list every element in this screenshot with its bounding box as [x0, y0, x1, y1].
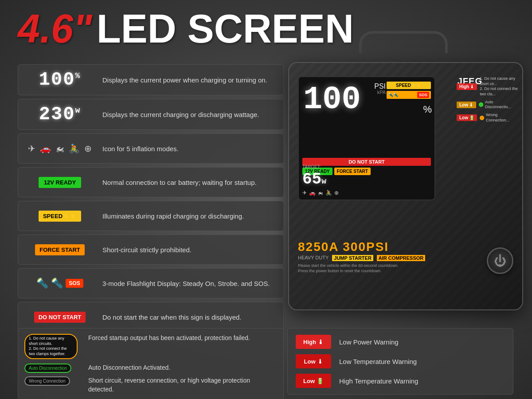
feature-row-force: FORCE START Short-circuit strictly prohi… [18, 235, 284, 265]
screen-area: PSI kPA 100 % SPEED⚡⚡ 🔦🔦 SOS DO NOT STAR… [298, 76, 435, 200]
title-size: 4.6" [18, 9, 92, 49]
device-subtitle3: AIR COMPRESSOR [377, 255, 425, 261]
device-model: 8250A 300PSI [298, 240, 513, 254]
device-auto-disconnect-label: Auto Disconnectio... [485, 100, 519, 110]
flashlight-strobe-icon: 🔦 [51, 278, 63, 289]
screen-percent: % [423, 104, 432, 115]
screen-bike-icon: 🚴 [325, 190, 332, 196]
motorcycle-icon: 🏍 [55, 144, 64, 154]
device-high-desc: 1. Do not cause any short cir...2. Do no… [480, 76, 519, 97]
bicycle-icon: 🚴 [69, 143, 80, 154]
feature-text-flashlight: 3-mode Flashlight Display: Steady On, St… [102, 279, 270, 288]
low-temp-badge: Low 🌡 [296, 354, 331, 368]
feature-row-do-not-start: DO NOT START Do not start the car when t… [18, 302, 284, 332]
badge-do-not-start: DO NOT START [34, 312, 86, 323]
device-wrong-conn-label: Wrong Connection... [486, 113, 519, 123]
temp-warning-high: High 🌡 Low Power Warning [296, 335, 505, 349]
warning-text-short: Forced startup output has been activated… [88, 334, 250, 343]
screen-wattage-value: 65w [302, 170, 326, 188]
device-auto-disconnect-indicator [479, 102, 483, 107]
screen-car-icon: 🚗 [309, 190, 316, 196]
high-temp-warning-text: High Temperature Warning [339, 377, 418, 385]
thermometer-low-icon: 🌡 [317, 358, 323, 365]
screen-badges: SPEED⚡⚡ 🔦🔦 SOS [387, 82, 431, 99]
device-low-bat-badge: Low 🔋 [457, 114, 477, 121]
high-badge-text: High [303, 339, 316, 345]
bottom-right-warnings: High 🌡 Low Power Warning Low 🌡 Low Tempe… [287, 328, 513, 395]
warning-text-wrong: Short circuit, reverse connection, or hi… [88, 376, 277, 394]
warning-text-auto: Auto Disconnection Activated. [88, 364, 170, 372]
high-temp-badge: High 🌡 [296, 335, 331, 349]
screen-force-start: FORCE START [334, 168, 371, 175]
led-100-icon: 100% [24, 69, 95, 90]
led-230-value: 230w [39, 104, 81, 125]
badge-force-container: FORCE START [24, 244, 95, 255]
feature-text-force: Short-circuit strictly prohibited. [102, 245, 192, 254]
device-high-text: High [459, 84, 469, 89]
warning-auto-disconnect: Auto Disconnection Auto Disconnection Ac… [24, 364, 277, 372]
badge-speed: SPEED⚡⚡ [39, 211, 81, 222]
warning-wrong-connection: Wrong Connection Short circuit, reverse … [24, 376, 277, 394]
feature-text-speed: Illuminates during rapid charging or dis… [102, 211, 244, 221]
warning-short-circuit: 1. Do not cause any short circuits.2. Do… [24, 334, 277, 359]
feature-text-power: Displays the current power when charging… [102, 75, 267, 85]
flashlight-icons: 🔦 🔦 SOS [24, 278, 95, 289]
indicator-low: Low 🌡 Auto Disconnectio... [457, 100, 519, 110]
device-low-badge: Low 🌡 [457, 102, 476, 108]
device-subtitle: HEAVY DUTY JUMP STARTER AIR COMPRESSOR [298, 255, 513, 261]
badge-speed-container: SPEED⚡⚡ [24, 211, 95, 222]
led-230-icon: 230w [24, 104, 95, 125]
temp-warning-battery: Low 🔋 High Temperature Warning [296, 374, 505, 388]
screen-moto-icon: 🏍 [318, 190, 323, 196]
device-notice: Please start the vehicle within the 60-s… [298, 263, 513, 274]
left-feature-panel: 100% Displays the current power when cha… [18, 64, 284, 336]
title-label: LED SCREEN [97, 9, 354, 49]
feature-row-inflation: ✈ 🚗 🏍 🚴 ⊕ Icon for 5 inflation modes. [18, 133, 284, 164]
low-temp-warning-text: Low Temperature Warning [339, 358, 417, 365]
inflation-icons: ✈ 🚗 🏍 🚴 ⊕ [24, 143, 95, 154]
device-therm-low-icon: 🌡 [469, 102, 473, 107]
power-button[interactable]: ⏻ [487, 247, 513, 274]
feature-text-inflation: Icon for 5 inflation modes. [102, 144, 179, 153]
device-panel: JFEG PSI kPA 100 % SPEED⚡⚡ 🔦🔦 SOS DO NOT… [279, 44, 528, 319]
brand-model-area: 8250A 300PSI HEAVY DUTY JUMP STARTER AIR… [298, 240, 513, 274]
feature-text-wattage: Displays the current charging or dischar… [102, 110, 259, 119]
device-subtitle1: HEAVY DUTY [298, 255, 329, 261]
device-low-bat-text: Low [459, 115, 468, 120]
feature-row-speed: SPEED⚡⚡ Illuminates during rapid chargin… [18, 201, 284, 231]
auto-disconnect-badge-container: Auto Disconnection [24, 364, 82, 372]
device-therm-icon: 🌡 [470, 84, 474, 89]
low-battery-badge: Low 🔋 [296, 374, 331, 388]
device-low-text: Low [459, 102, 468, 107]
plane-icon: ✈ [28, 143, 35, 154]
led-100-value: 100% [39, 69, 81, 90]
screen-plane-icon: ✈ [302, 190, 307, 196]
power-icon: ⏻ [494, 254, 506, 268]
badge-12v-ready-container: 12V READY [24, 177, 95, 188]
flashlight-steady-icon: 🔦 [36, 278, 48, 289]
device-handle [359, 31, 448, 53]
bottom-left-warnings: 1. Do not cause any short circuits.2. Do… [18, 328, 284, 399]
battery-icon: 🔋 [317, 378, 324, 384]
device-wrong-conn-indicator [480, 116, 484, 120]
wrong-connection-badge: Wrong Connection [24, 376, 70, 386]
temp-warning-low: Low 🌡 Low Temperature Warning [296, 354, 505, 368]
screen-target-label: TARGET: [302, 164, 339, 169]
badge-12v-ready: 12V READY [39, 177, 81, 188]
badge-sos: SOS [66, 279, 83, 288]
screen-kpa-label: kPA [377, 90, 386, 95]
low-power-warning-text: Low Power Warning [339, 338, 399, 346]
badge-force: FORCE START [35, 244, 84, 255]
low-badge-text: Low [304, 358, 316, 365]
screen-speed-badge: SPEED⚡⚡ [387, 82, 431, 89]
title-section: 4.6" LED SCREEN [18, 9, 354, 49]
screen-flashlight-badge: 🔦🔦 SOS [387, 91, 431, 99]
device-right-indicators: High 🌡 1. Do not cause any short cir...2… [457, 76, 519, 123]
screen-ball-icon: ⊕ [334, 190, 339, 196]
short-circuit-text: 1. Do not cause any short circuits.2. Do… [24, 334, 78, 359]
device-model-number: 8250A [298, 240, 338, 254]
auto-disconnect-badge: Auto Disconnection [24, 364, 71, 373]
indicator-high: High 🌡 1. Do not cause any short cir...2… [457, 76, 519, 97]
device-bat-icon: 🔋 [469, 115, 474, 120]
device-subtitle2: JUMP STARTER [332, 255, 373, 261]
